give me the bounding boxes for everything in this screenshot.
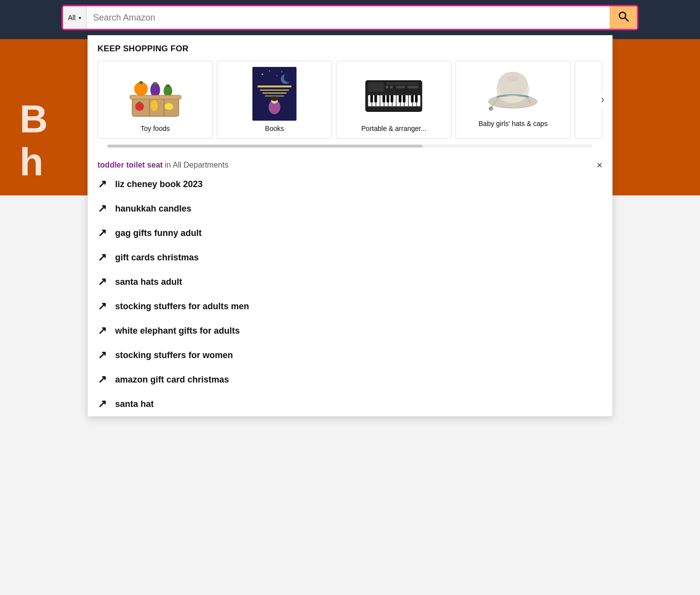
svg-rect-50 — [374, 95, 377, 103]
trending-arrow-icon: ↗ — [98, 324, 107, 337]
scroll-bar-inner — [108, 145, 423, 148]
chevron-down-icon: ▾ — [79, 15, 81, 21]
search-input[interactable] — [87, 6, 610, 29]
keyboard-image — [365, 67, 423, 121]
search-button[interactable] — [610, 6, 637, 29]
toy-foods-image — [126, 67, 185, 121]
category-label: All — [68, 14, 76, 21]
svg-rect-54 — [399, 95, 402, 103]
search-bar-container: All ▾ — [0, 5, 700, 30]
hat-image — [486, 67, 540, 116]
product-label-books: Books — [265, 125, 284, 132]
product-card-keyboard[interactable]: Portable & arranger... — [336, 61, 452, 139]
list-item[interactable]: ↗ gag gifts funny adult — [98, 221, 603, 245]
product-cards-row: Toy foods — [98, 61, 603, 139]
trending-item-text: hanukkah candles — [115, 204, 192, 214]
svg-rect-24 — [258, 85, 292, 87]
svg-point-14 — [164, 103, 173, 110]
list-item[interactable]: ↗ amazon gift card christmas — [98, 367, 603, 392]
trending-item-text: santa hat — [115, 399, 154, 409]
trending-arrow-icon: ↗ — [98, 251, 107, 264]
svg-rect-60 — [396, 85, 405, 88]
trending-item-text: stocking stuffers for adults men — [115, 301, 249, 312]
trending-list: ↗ liz cheney book 2023 ↗ hanukkah candle… — [98, 172, 603, 416]
list-item[interactable]: ↗ santa hat — [98, 392, 603, 416]
next-arrow[interactable]: › — [598, 91, 607, 108]
search-bar: All ▾ — [62, 5, 638, 30]
list-item[interactable]: ↗ gift cards christmas — [98, 245, 603, 270]
trending-query: toddler toilet seat — [98, 161, 163, 169]
svg-point-59 — [390, 85, 393, 88]
product-label-baby-hats: Baby girls' hats & caps — [479, 120, 547, 128]
svg-rect-61 — [407, 85, 418, 88]
list-item[interactable]: ↗ white elephant gifts for adults — [98, 319, 603, 343]
trending-arrow-icon: ↗ — [98, 276, 107, 288]
trending-item-text: amazon gift card christmas — [115, 375, 229, 385]
svg-line-1 — [625, 18, 629, 21]
svg-rect-15 — [130, 95, 181, 99]
svg-rect-25 — [260, 89, 289, 91]
trending-item-text: santa hats adult — [115, 277, 182, 287]
search-dropdown: KEEP SHOPPING FOR — [88, 35, 613, 417]
svg-point-18 — [282, 71, 283, 72]
svg-rect-13 — [138, 102, 141, 104]
svg-rect-49 — [371, 95, 373, 103]
list-item[interactable]: ↗ stocking stuffers for adults men — [98, 294, 603, 319]
svg-point-66 — [507, 75, 519, 81]
trending-item-text: gag gifts funny adult — [115, 228, 202, 238]
svg-point-20 — [269, 70, 270, 71]
list-item[interactable]: ↗ santa hats adult — [98, 270, 603, 294]
books-image — [245, 67, 304, 121]
svg-rect-8 — [153, 82, 157, 85]
svg-point-23 — [284, 73, 293, 82]
svg-point-6 — [139, 81, 143, 84]
svg-rect-34 — [368, 83, 384, 91]
svg-rect-31 — [253, 67, 255, 121]
keep-shopping-section: KEEP SHOPPING FOR — [88, 35, 612, 152]
trending-arrow-icon: ↗ — [98, 178, 107, 191]
list-item[interactable]: ↗ stocking stuffers for women — [98, 343, 603, 367]
svg-point-58 — [386, 85, 389, 88]
trending-arrow-icon: ↗ — [98, 349, 107, 361]
svg-rect-52 — [387, 95, 390, 103]
trending-item-text: liz cheney book 2023 — [115, 179, 203, 190]
svg-rect-51 — [383, 95, 386, 103]
scroll-indicator — [108, 145, 593, 148]
trending-dept-label: in All Departments — [165, 161, 228, 169]
trending-arrow-icon: ↗ — [98, 227, 107, 239]
trending-arrow-icon: ↗ — [98, 373, 107, 386]
list-item[interactable]: ↗ liz cheney book 2023 — [98, 172, 603, 196]
background-text: Bh — [20, 98, 48, 184]
keep-shopping-title: KEEP SHOPPING FOR — [98, 44, 603, 54]
books-img-inner — [253, 67, 297, 121]
trending-item-text: stocking stuffers for women — [115, 350, 233, 361]
svg-rect-10 — [166, 85, 170, 87]
svg-point-30 — [271, 96, 279, 101]
svg-rect-53 — [391, 95, 394, 103]
product-card-toy-foods[interactable]: Toy foods — [98, 61, 213, 139]
product-card-baby-hats[interactable]: Baby girls' hats & caps — [456, 61, 571, 139]
list-item[interactable]: ↗ hanukkah candles — [98, 196, 603, 221]
svg-rect-57 — [415, 95, 418, 103]
svg-point-21 — [277, 75, 278, 76]
svg-point-5 — [134, 82, 148, 96]
trending-item-text: gift cards christmas — [115, 253, 199, 263]
close-button[interactable]: × — [597, 160, 603, 170]
svg-rect-56 — [411, 95, 414, 103]
svg-rect-35 — [386, 83, 418, 85]
search-icon — [617, 10, 629, 25]
trending-item-text: white elephant gifts for adults — [115, 326, 240, 336]
trending-header: toddler toilet seat in All Departments × — [98, 160, 603, 170]
trending-label: toddler toilet seat in All Departments — [98, 161, 229, 170]
category-selector[interactable]: All ▾ — [63, 6, 87, 29]
svg-point-67 — [489, 107, 493, 111]
svg-point-11 — [150, 100, 158, 111]
product-card-books[interactable]: Books — [217, 61, 332, 139]
trending-arrow-icon: ↗ — [98, 398, 107, 410]
product-label-toy-foods: Toy foods — [141, 125, 170, 132]
trending-section: toddler toilet seat in All Departments ×… — [88, 152, 612, 416]
svg-rect-26 — [262, 92, 287, 94]
trending-arrow-icon: ↗ — [98, 300, 107, 313]
svg-point-17 — [262, 74, 263, 75]
trending-arrow-icon: ↗ — [98, 202, 107, 215]
